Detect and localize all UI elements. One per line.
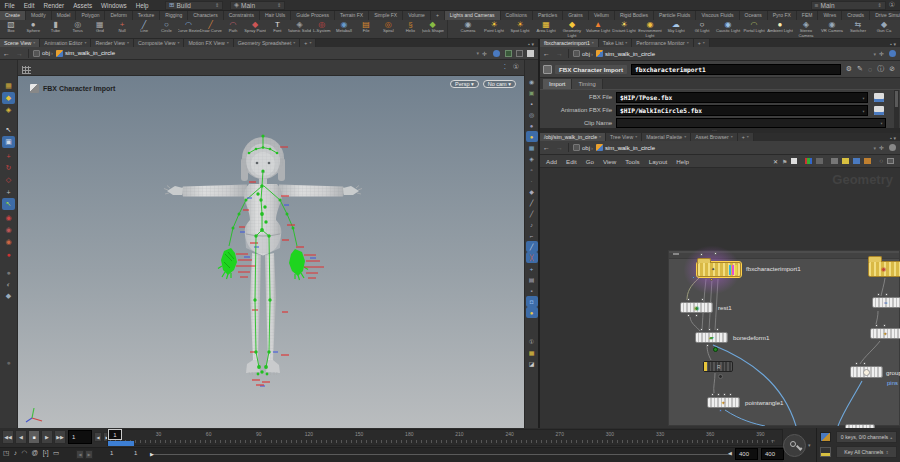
tool-icon[interactable]: ↖ [2,198,15,210]
tool-icon[interactable]: ◉ [526,76,538,87]
shelf-tab[interactable]: Particle Fluids [654,11,696,20]
menu-item[interactable]: Render [39,2,69,9]
pane-tab[interactable]: Take List▾ [599,39,633,47]
tool-icon[interactable]: + [526,263,538,274]
shelf-tab[interactable]: Guide Process [291,11,335,20]
shelf-tab[interactable]: Oceans [740,11,768,20]
shelf-tool[interactable]: ○Circle [155,20,177,38]
display-flag[interactable] [713,347,718,352]
stop-button[interactable]: ■ [28,430,40,444]
node-name-field[interactable]: fbxcharacterimport1 [631,64,841,75]
shelf-tool[interactable]: TFont [266,20,288,38]
tool-icon[interactable]: ● [526,307,538,318]
keys-channels-button[interactable]: 0 keys, 0/0 channels▴ [836,431,897,443]
pane-tab[interactable]: Asset Browser▾ [691,133,737,141]
info-icon[interactable]: ⓘ [877,64,884,74]
shelf-tool[interactable]: ◆Spray Paint [244,20,266,38]
shelf-tool[interactable]: ◆Geometry Light [559,20,585,38]
tool-icon[interactable]: ▫ [526,164,538,175]
square-icon[interactable] [791,158,797,164]
jump-end-button[interactable]: ▶▶ [54,430,66,444]
range-start-value[interactable]: 1 [110,450,113,456]
shelf-tool[interactable]: §Helix [399,20,421,38]
node-pointwrangle1[interactable]: ✦ [707,397,740,408]
shelf-tool[interactable]: ▦Grid [89,20,111,38]
node-null[interactable]: R [703,361,733,372]
shelf-tool[interactable]: ◎L-System [311,20,333,38]
tool-icon[interactable]: ⌐ [526,230,538,241]
back-icon[interactable]: ← [0,50,13,57]
tool-icon[interactable]: ↖ [2,124,15,136]
path-node[interactable]: sim_walk_in_circle [605,145,655,151]
tool-icon[interactable]: ▣ [2,136,15,148]
tool-icon[interactable]: ▪ [526,98,538,109]
shelf-tool[interactable]: ○GI Light [689,20,715,38]
pane-tab[interactable]: Geometry Spreadsheet▾ [234,39,301,47]
tool-icon[interactable]: ◇ [2,174,15,186]
shelf-tool[interactable]: +Null [111,20,133,38]
realtime-icon[interactable]: ◳ [3,449,9,457]
shelf-tool[interactable]: ◉Environment Light [637,20,663,38]
tool-icon[interactable]: ◈ [526,153,538,164]
timeline-ruler[interactable]: 306090120150180210240270300330360390 [107,429,783,446]
shelf-tool[interactable]: ◆Gun Ca [871,20,897,38]
pane-menu-icon[interactable]: ▪ ▾ [890,135,896,141]
shelf-tool[interactable]: ▮Tube [44,20,66,38]
tool-icon[interactable]: + [2,186,15,198]
shelf-tool[interactable]: ⇆Switcher [845,20,871,38]
tool-icon[interactable]: ◐ [2,278,15,290]
shelf-tab[interactable]: Simple FX [369,11,403,20]
shelf-tab[interactable]: Constraints [224,11,260,20]
shelf-tool[interactable]: ☁Sky Light [663,20,689,38]
audio-icon[interactable]: ♪ [14,449,17,457]
global-end-field[interactable]: 400 [761,448,784,460]
shelf-tab[interactable]: Collisions [501,11,533,20]
shelf-tab[interactable]: Grains [563,11,589,20]
snap-icon[interactable] [505,50,512,57]
help-icon[interactable]: ① [889,1,895,9]
shelf-tab[interactable]: + [431,11,445,20]
tool-icon[interactable]: ◈ [2,104,15,116]
persp-button[interactable]: Persp ▾ [450,80,479,88]
shelf-tab[interactable]: Pyro FX [768,11,797,20]
tools-icon[interactable]: ✕ [773,158,778,165]
menu-item[interactable]: Windows [97,2,132,9]
play-button[interactable]: ▶ [41,430,53,444]
pane-splitter[interactable]: ⋯ [540,128,900,133]
file-chooser-icon[interactable] [874,106,884,115]
tool-icon[interactable]: ● [2,248,15,260]
node-group1[interactable] [850,366,883,378]
menu-item[interactable]: Edit [19,2,39,9]
at-icon[interactable]: @ [32,449,39,457]
range-start-button[interactable]: ◀ [76,450,84,459]
shelf-tool[interactable]: ◠Path [222,20,244,38]
grid-toggle-icon[interactable] [516,50,523,57]
shelf-tool[interactable]: ◉Caustic Light [715,20,741,38]
range-end-button[interactable]: ▶ [85,450,93,459]
shelf-tool[interactable]: ◠Curve Bezier [178,20,200,38]
shelf-tool[interactable]: ●Sphere [22,20,44,38]
step-icon[interactable]: [¹] [43,449,49,457]
tool-icon[interactable]: ╱ [526,241,538,252]
path-root[interactable]: obj [582,145,590,151]
shelf-tool[interactable]: ●Ambient Light [767,20,793,38]
gear-icon[interactable]: ⚙ [846,65,852,73]
anim-fbx-file-field[interactable]: $HIP/WalkInCircle5.fbx▾ [616,105,868,116]
desktop-selector-2[interactable]: ◈Main⇕ [230,1,285,10]
menu-item[interactable]: Add [546,158,557,165]
overview-icon[interactable] [887,158,894,164]
shelf-tab[interactable]: Volume [403,11,431,20]
pane-tab[interactable]: Render View▾ [91,39,134,47]
shelf-tab[interactable]: Crowds [842,11,870,20]
menu-item[interactable]: Edit [566,158,577,165]
tool-icon[interactable]: ◆ [2,92,15,104]
white-square-icon[interactable] [527,50,534,57]
tool-icon[interactable]: ◉ [2,224,15,236]
current-frame-field[interactable]: 1 [68,430,92,444]
magnifier-icon[interactable]: ◌ [868,66,872,73]
back-icon[interactable]: ← [540,144,553,151]
take-selector[interactable]: ≡Main⇕ [811,1,886,10]
shelf-tab[interactable]: Modify [26,11,52,20]
pane-tab[interactable]: Scene View▾ [0,39,40,47]
key-button[interactable] [783,434,806,457]
